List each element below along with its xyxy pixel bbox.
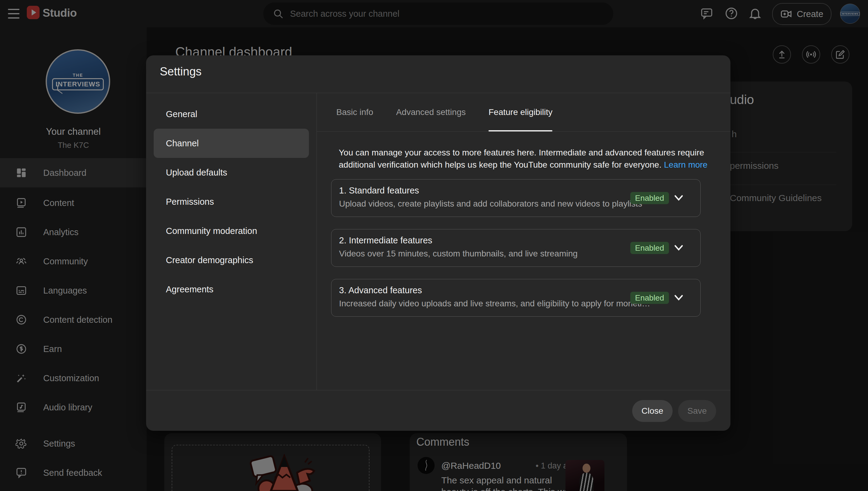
status-badge: Enabled <box>630 292 669 304</box>
dialog-title: Settings <box>160 65 201 78</box>
intermediate-features-row[interactable]: 2. Intermediate features Videos over 15 … <box>331 229 701 267</box>
description-line-2: additional verification which helps us k… <box>339 159 814 171</box>
chevron-down-icon[interactable] <box>674 243 684 253</box>
learn-more-link[interactable]: Learn more <box>664 160 707 169</box>
feature-description: Upload videos, create playlists and add … <box>339 199 642 209</box>
tab-advanced-settings[interactable]: Advanced settings <box>396 93 466 132</box>
status-badge: Enabled <box>630 242 669 254</box>
status-badge: Enabled <box>630 192 669 204</box>
settings-nav-permissions[interactable]: Permissions <box>146 187 316 216</box>
chevron-down-icon[interactable] <box>674 293 684 302</box>
close-button[interactable]: Close <box>632 400 673 422</box>
active-tab-underline <box>488 130 552 132</box>
tab-feature-eligibility[interactable]: Feature eligibility <box>488 93 552 132</box>
tab-basic-info[interactable]: Basic info <box>336 93 373 132</box>
settings-nav-community-moderation[interactable]: Community moderation <box>146 216 316 246</box>
save-button[interactable]: Save <box>678 400 716 422</box>
settings-nav-agreements[interactable]: Agreements <box>146 275 316 304</box>
description-line-1: You can manage your access to more featu… <box>339 147 814 159</box>
settings-dialog: Settings General Channel Upload defaults… <box>146 55 730 431</box>
standard-features-row[interactable]: 1. Standard features Upload videos, crea… <box>331 179 701 217</box>
settings-nav-upload-defaults[interactable]: Upload defaults <box>146 158 316 187</box>
feature-description: Videos over 15 minutes, custom thumbnail… <box>339 249 578 259</box>
feature-description: Increased daily video uploads and live s… <box>339 299 650 309</box>
feature-title: 1. Standard features <box>339 185 419 196</box>
channel-settings-tabs: Basic info Advanced settings Feature eli… <box>317 93 730 132</box>
feature-title: 2. Intermediate features <box>339 235 432 246</box>
feature-title: 3. Advanced features <box>339 285 422 295</box>
nav-divider <box>316 93 317 390</box>
settings-nav-creator-demographics[interactable]: Creator demographics <box>146 246 316 275</box>
advanced-features-row[interactable]: 3. Advanced features Increased daily vid… <box>331 279 701 317</box>
settings-nav-general[interactable]: General <box>146 99 316 129</box>
feature-eligibility-description: You can manage your access to more featu… <box>339 147 814 171</box>
settings-nav-channel[interactable]: Channel <box>146 129 316 158</box>
chevron-down-icon[interactable] <box>674 194 684 203</box>
